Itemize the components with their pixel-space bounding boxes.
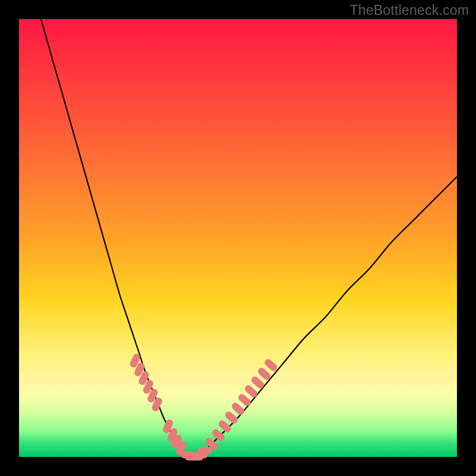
plot-area: [19, 19, 457, 457]
curve-marker: [198, 447, 212, 454]
curve-svg: [19, 19, 457, 457]
watermark-text: TheBottleneck.com: [350, 2, 469, 18]
marker-group: [129, 353, 279, 461]
chart-frame: TheBottleneck.com: [0, 0, 476, 476]
